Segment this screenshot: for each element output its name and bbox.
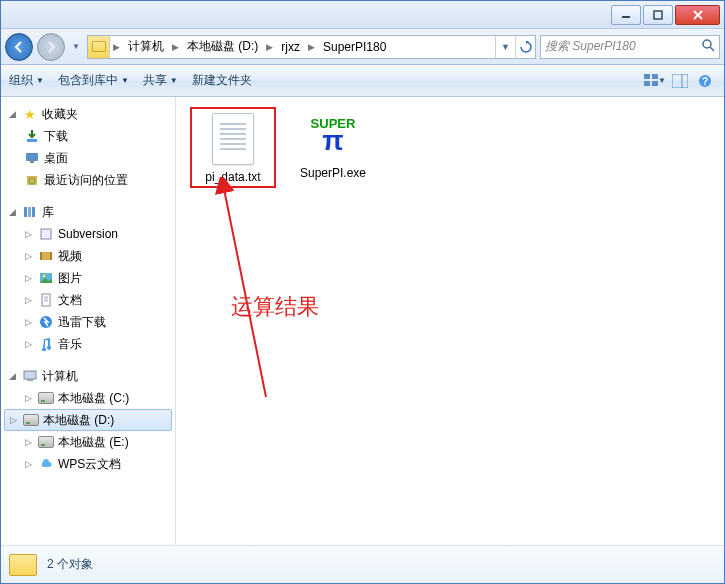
annotation-label: 运算结果 [231,292,319,322]
document-icon [37,292,55,308]
navigation-pane: ◢ ★ 收藏夹 下载 桌面 最近访问的位置 [1,97,176,545]
collapse-icon: ◢ [7,207,18,217]
svg-point-27 [43,275,46,278]
breadcrumb-dropdown[interactable]: ▼ [495,36,515,58]
breadcrumb-bar[interactable]: ▶ 计算机 ▶ 本地磁盘 (D:) ▶ rjxz ▶ SuperPI180 ▼ [87,35,536,59]
collapse-icon: ◢ [7,109,18,119]
libraries-header[interactable]: ◢ 库 [1,201,175,223]
back-button[interactable] [5,33,33,61]
xunlei-icon [37,314,55,330]
sidebar-item-xunlei[interactable]: ▷ 迅雷下载 [1,311,175,333]
svg-rect-24 [40,252,42,260]
title-bar [1,1,724,29]
minimize-icon [621,10,631,20]
view-icon [644,74,658,88]
share-menu[interactable]: 共享▼ [143,72,178,89]
sidebar-item-drive-c[interactable]: ▷ 本地磁盘 (C:) [1,387,175,409]
libraries-icon [21,204,39,220]
search-placeholder: 搜索 SuperPI180 [545,38,636,55]
file-item[interactable]: SUPERπ SuperPI.exe [294,107,372,188]
sidebar-item-videos[interactable]: ▷ 视频 [1,245,175,267]
svg-rect-33 [24,371,36,379]
svg-rect-25 [50,252,52,260]
explorer-window: ▼ ▶ 计算机 ▶ 本地磁盘 (D:) ▶ rjxz ▶ SuperPI180 … [0,0,725,584]
file-list-pane[interactable]: pi_data.txt SUPERπ SuperPI.exe 运算结果 [176,97,724,545]
svg-point-4 [703,40,711,48]
svg-rect-8 [644,81,650,86]
refresh-icon [520,41,532,53]
drive-icon [37,434,55,450]
new-folder-button[interactable]: 新建文件夹 [192,72,252,89]
maximize-icon [653,10,663,20]
annotation-highlight-box: pi_data.txt [190,107,276,188]
breadcrumb-segment[interactable]: 本地磁盘 (D:) [182,36,263,58]
expand-icon: ▷ [23,295,34,305]
help-button[interactable]: ? [694,71,716,91]
sidebar-item-desktop[interactable]: 桌面 [1,147,175,169]
expand-icon: ▷ [23,393,34,403]
nav-history-dropdown[interactable]: ▼ [69,36,83,58]
exe-file-icon: SUPERπ [307,107,359,162]
file-item[interactable]: pi_data.txt [194,111,272,184]
svg-rect-22 [41,229,51,239]
expand-icon: ▷ [23,251,34,261]
preview-pane-button[interactable] [669,71,691,91]
navigation-bar: ▼ ▶ 计算机 ▶ 本地磁盘 (D:) ▶ rjxz ▶ SuperPI180 … [1,29,724,65]
forward-button[interactable] [37,33,65,61]
sidebar-item-downloads[interactable]: 下载 [1,125,175,147]
expand-icon: ▷ [23,437,34,447]
search-icon [702,39,715,55]
svg-rect-1 [654,11,662,19]
preview-icon [672,74,688,88]
computer-header[interactable]: ◢ 计算机 [1,365,175,387]
svg-rect-21 [32,207,35,217]
desktop-icon [23,150,41,166]
recent-icon [23,172,41,188]
picture-icon [37,270,55,286]
sidebar-item-subversion[interactable]: ▷ Subversion [1,223,175,245]
favorites-header[interactable]: ◢ ★ 收藏夹 [1,103,175,125]
collapse-icon: ◢ [7,371,18,381]
breadcrumb-segment[interactable]: rjxz [276,36,305,58]
organize-menu[interactable]: 组织▼ [9,72,44,89]
svg-rect-28 [42,294,50,306]
sidebar-item-drive-d[interactable]: ▷ 本地磁盘 (D:) [4,409,172,431]
sidebar-item-drive-e[interactable]: ▷ 本地磁盘 (E:) [1,431,175,453]
expand-icon: ▷ [23,229,34,239]
expand-icon: ▷ [23,459,34,469]
sidebar-item-recent[interactable]: 最近访问的位置 [1,169,175,191]
svg-rect-14 [27,139,37,142]
music-icon [37,336,55,352]
maximize-button[interactable] [643,5,673,25]
expand-icon: ▷ [23,339,34,349]
refresh-button[interactable] [515,36,535,58]
svn-icon [37,226,55,242]
svg-rect-19 [24,207,27,217]
cloud-icon [37,456,55,472]
video-icon [37,248,55,264]
include-in-library-menu[interactable]: 包含到库中▼ [58,72,129,89]
expand-icon: ▷ [23,273,34,283]
status-text: 2 个对象 [47,556,93,573]
svg-rect-15 [26,153,38,161]
drive-icon [37,390,55,406]
help-icon: ? [698,74,712,88]
minimize-button[interactable] [611,5,641,25]
search-input[interactable]: 搜索 SuperPI180 [540,35,720,59]
sidebar-item-music[interactable]: ▷ 音乐 [1,333,175,355]
view-options-button[interactable]: ▼ [644,71,666,91]
file-name: SuperPI.exe [300,166,366,180]
breadcrumb-segment[interactable]: 计算机 [123,36,169,58]
sidebar-item-wps-cloud[interactable]: ▷ WPS云文档 [1,453,175,475]
breadcrumb-segment[interactable]: SuperPI180 [318,36,391,58]
svg-rect-6 [644,74,650,79]
text-file-icon [207,111,259,166]
sidebar-item-documents[interactable]: ▷ 文档 [1,289,175,311]
status-bar: 2 个对象 [1,545,724,583]
close-button[interactable] [675,5,720,25]
sidebar-item-pictures[interactable]: ▷ 图片 [1,267,175,289]
favorites-icon: ★ [21,106,39,122]
expand-icon: ▷ [8,415,19,425]
explorer-body: ◢ ★ 收藏夹 下载 桌面 最近访问的位置 [1,97,724,545]
computer-icon [21,368,39,384]
